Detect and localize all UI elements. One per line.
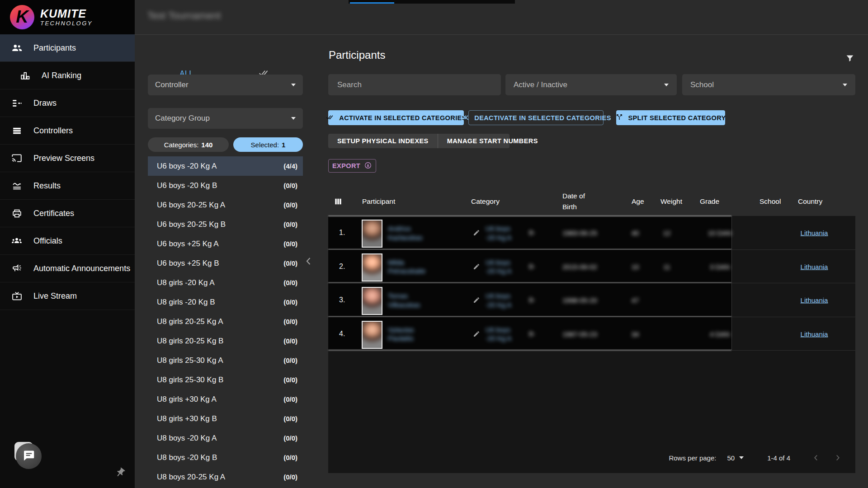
category-link[interactable]: U6 boys -20 Kg A [486, 258, 522, 275]
category-item[interactable]: U6 boys +25 Kg A(0/0) [148, 234, 303, 253]
collapse-panel-button[interactable] [303, 255, 315, 267]
previous-page-button[interactable] [810, 452, 822, 464]
sidebar-item-participants[interactable]: Participants [0, 34, 135, 62]
double-check-icon [326, 113, 335, 123]
active-tab-indicator [350, 2, 394, 4]
printer-icon [11, 207, 23, 219]
sidebar-item-label: Draws [33, 99, 57, 108]
category-item[interactable]: U8 girls 20-25 Kg B(0/0) [148, 331, 303, 351]
edit-pencil-icon[interactable] [473, 229, 480, 236]
country-link[interactable]: Lithuania [783, 296, 846, 304]
belt-badge: B- [529, 330, 535, 338]
category-group-select[interactable]: Category Group [148, 108, 303, 129]
column-header-participant: Participant [362, 187, 395, 216]
sidebar-item-live-stream[interactable]: Live Stream [0, 282, 135, 310]
next-page-button[interactable] [832, 452, 844, 464]
rows-per-page-label: Rows per page: [669, 454, 716, 462]
category-item[interactable]: U6 boys -20 Kg A(4/4) [148, 156, 303, 176]
groups-icon [11, 235, 23, 247]
chat-bubble-icon [22, 449, 36, 464]
brand-logo: K KUMITE TECHNOLOGY [0, 0, 135, 34]
belt-badge: B- [529, 296, 535, 304]
brand-name: KUMITE [40, 8, 93, 19]
setup-physical-indexes-button[interactable]: SETUP PHYSICAL INDEXES [328, 134, 438, 148]
participant-name-link[interactable]: Vytautas Paulaitis [388, 325, 439, 343]
school-select[interactable]: School [682, 74, 855, 95]
participant-photo [362, 321, 382, 349]
column-header-category: Category [471, 187, 500, 216]
participant-name-link[interactable]: Milda Petrauskaite [388, 258, 439, 275]
sidebar-item-automatic-announcements[interactable]: Automatic Announcements [0, 255, 135, 282]
category-item[interactable]: U8 girls -20 Kg A(0/0) [148, 273, 303, 292]
edit-pencil-icon[interactable] [473, 296, 480, 304]
participant-name-link[interactable]: Tomas Vilkauskas [388, 291, 439, 309]
edit-pencil-icon[interactable] [473, 330, 480, 338]
chevron-down-icon [843, 84, 847, 86]
country-link[interactable]: Lithuania [783, 263, 846, 270]
category-item[interactable]: U8 girls +30 Kg A(0/0) [148, 389, 303, 409]
filter-icon[interactable] [845, 53, 855, 63]
category-link[interactable]: U6 boys -20 Kg A [486, 291, 522, 309]
rows-per-page-select[interactable]: 50 [727, 454, 744, 462]
column-header-age: Age [632, 187, 644, 216]
activate-in-selected-categories-button[interactable]: ACTIVATE IN SELECTED CATEGORIES [328, 110, 464, 125]
category-item[interactable]: U6 boys 20-25 Kg B(0/0) [148, 215, 303, 234]
category-link[interactable]: U6 boys -20 Kg A [486, 224, 522, 242]
selected-count-chip[interactable]: Selected: 1 [233, 137, 303, 152]
search-input[interactable] [336, 80, 493, 90]
category-list: U6 boys -20 Kg A(4/4) U6 boys -20 Kg B(0… [148, 156, 303, 488]
sidebar-item-label: Participants [33, 43, 76, 53]
sidebar-item-certificates[interactable]: Certificates [0, 200, 135, 227]
sidebar-item-officials[interactable]: Officials [0, 227, 135, 255]
category-link[interactable]: U6 boys -20 Kg A [486, 325, 522, 343]
columns-icon[interactable] [334, 187, 343, 216]
row-number: 1. [339, 229, 345, 237]
deactivate-in-selected-categories-button[interactable]: DEACTIVATE IN SELECTED CATEGORIES [468, 110, 604, 125]
category-item[interactable]: U8 girls 20-25 Kg A(0/0) [148, 312, 303, 331]
main-content: Participants Active / Inactive School AC… [328, 34, 868, 488]
edit-pencil-icon[interactable] [473, 263, 480, 270]
kumite-logo-icon: K [10, 5, 34, 29]
controller-select[interactable]: Controller [148, 75, 303, 95]
cast-screen-icon [11, 152, 23, 164]
dob-cell: 1998-05-20 [562, 296, 601, 304]
category-item[interactable]: U8 girls +30 Kg B(0/0) [148, 409, 303, 428]
dob-cell: 1983-06-25 [562, 229, 601, 237]
categories-count-chip[interactable]: Categories: 140 [148, 137, 229, 152]
country-link[interactable]: Lithuania [783, 330, 846, 338]
category-item[interactable]: U8 boys -20 Kg A(0/0) [148, 428, 303, 448]
category-item[interactable]: U6 boys 20-25 Kg A(0/0) [148, 195, 303, 215]
chevron-down-icon [291, 117, 296, 120]
brand-subtitle: TECHNOLOGY [40, 20, 93, 27]
category-item[interactable]: U8 boys 20-25 Kg A(0/0) [148, 467, 303, 487]
category-item[interactable]: U6 boys +25 Kg B(0/0) [148, 253, 303, 273]
chevron-down-icon [664, 84, 669, 86]
top-tab-strip[interactable] [349, 0, 515, 4]
manage-start-numbers-button[interactable]: MANAGE START NUMBERS [438, 134, 547, 148]
sidebar-item-label: Certificates [33, 209, 74, 218]
participant-name-link[interactable]: Andrius Kazlauskas [388, 224, 439, 242]
export-button[interactable]: EXPORT [328, 159, 376, 173]
chat-button[interactable] [16, 443, 42, 469]
sidebar-item-results[interactable]: Results [0, 172, 135, 200]
sidebar-item-label: Live Stream [33, 291, 77, 301]
sidebar-item-ai-ranking[interactable]: AI Ranking [0, 62, 135, 89]
participant-photo [362, 220, 382, 248]
participant-photo [362, 253, 382, 282]
category-item[interactable]: U8 boys -20 Kg B(0/0) [148, 448, 303, 467]
sidebar-item-label: Preview Screens [33, 154, 94, 163]
split-selected-category-button[interactable]: SPLIT SELECTED CATEGORY [616, 110, 725, 125]
category-item[interactable]: U6 boys -20 Kg B(0/0) [148, 176, 303, 195]
sidebar-item-draws[interactable]: Draws [0, 89, 135, 117]
category-item[interactable]: U8 girls 25-30 Kg A(0/0) [148, 351, 303, 370]
sidebar-item-preview-screens[interactable]: Preview Screens [0, 145, 135, 172]
sidebar-item-label: Results [33, 181, 61, 191]
sidebar-item-controllers[interactable]: Controllers [0, 117, 135, 145]
country-link[interactable]: Lithuania [783, 229, 846, 237]
category-item[interactable]: U8 girls -20 Kg B(0/0) [148, 292, 303, 312]
active-inactive-select[interactable]: Active / Inactive [505, 74, 677, 95]
pagination-bar: Rows per page: 50 1-4 of 4 [669, 449, 844, 467]
category-item[interactable]: U8 girls 25-30 Kg B(0/0) [148, 370, 303, 389]
pin-sidebar-icon[interactable] [115, 467, 126, 478]
dob-cell: 1987-05-23 [562, 330, 601, 338]
